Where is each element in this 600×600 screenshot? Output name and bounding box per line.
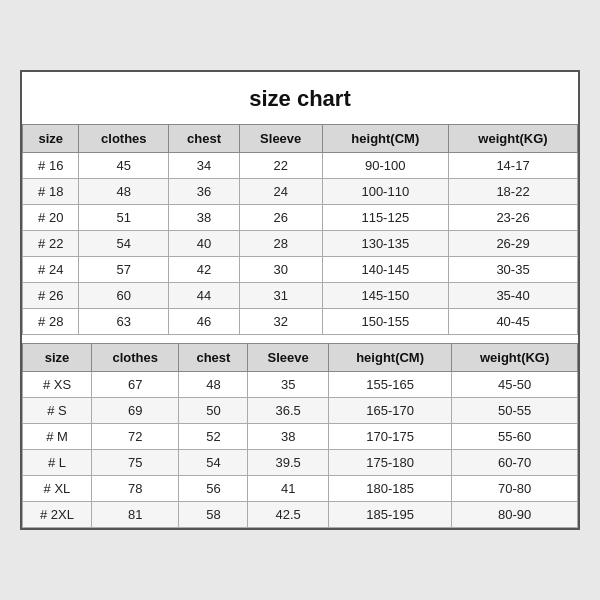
table-cell: 50 <box>179 398 248 424</box>
table-cell: 140-145 <box>322 257 449 283</box>
table1-body: # 1645342290-10014-17# 18483624100-11018… <box>23 153 578 335</box>
table-cell: 28 <box>239 231 322 257</box>
table-cell: 26 <box>239 205 322 231</box>
table-cell: 24 <box>239 179 322 205</box>
table-cell: 170-175 <box>328 424 451 450</box>
table-cell: 60 <box>79 283 169 309</box>
table-cell: 57 <box>79 257 169 283</box>
table2-body: # XS674835155-16545-50# S695036.5165-170… <box>23 372 578 528</box>
table-cell: # 16 <box>23 153 79 179</box>
table-cell: 48 <box>79 179 169 205</box>
table-row: # S695036.5165-17050-55 <box>23 398 578 424</box>
table-cell: # XS <box>23 372 92 398</box>
table-row: # 24574230140-14530-35 <box>23 257 578 283</box>
table-cell: 36 <box>169 179 240 205</box>
size-table-1: size clothes chest Sleeve height(CM) wei… <box>22 124 578 335</box>
table-cell: 69 <box>91 398 178 424</box>
table-cell: 155-165 <box>328 372 451 398</box>
col-chest-2: chest <box>179 344 248 372</box>
table-cell: 165-170 <box>328 398 451 424</box>
table-cell: 60-70 <box>452 450 578 476</box>
col-weight-1: weight(KG) <box>449 125 578 153</box>
table-cell: 42 <box>169 257 240 283</box>
table-row: # 28634632150-15540-45 <box>23 309 578 335</box>
table-cell: 130-135 <box>322 231 449 257</box>
table-cell: 185-195 <box>328 502 451 528</box>
col-clothes-2: clothes <box>91 344 178 372</box>
table-cell: 67 <box>91 372 178 398</box>
size-table-2: size clothes chest Sleeve height(CM) wei… <box>22 343 578 528</box>
col-chest-1: chest <box>169 125 240 153</box>
col-weight-2: weight(KG) <box>452 344 578 372</box>
table-row: # 20513826115-12523-26 <box>23 205 578 231</box>
table-cell: 41 <box>248 476 329 502</box>
table-cell: 58 <box>179 502 248 528</box>
col-size-1: size <box>23 125 79 153</box>
table-row: # L755439.5175-18060-70 <box>23 450 578 476</box>
table1-header: size clothes chest Sleeve height(CM) wei… <box>23 125 578 153</box>
table-row: # 18483624100-11018-22 <box>23 179 578 205</box>
table-cell: 38 <box>248 424 329 450</box>
table-cell: 52 <box>179 424 248 450</box>
table-cell: # M <box>23 424 92 450</box>
table-cell: 14-17 <box>449 153 578 179</box>
table-cell: 78 <box>91 476 178 502</box>
table-cell: # L <box>23 450 92 476</box>
table-cell: # 26 <box>23 283 79 309</box>
table-cell: 45-50 <box>452 372 578 398</box>
table-row: # 2XL815842.5185-19580-90 <box>23 502 578 528</box>
table-cell: 45 <box>79 153 169 179</box>
section-divider <box>22 335 578 343</box>
table-cell: # S <box>23 398 92 424</box>
table-cell: 100-110 <box>322 179 449 205</box>
table-row: # M725238170-17555-60 <box>23 424 578 450</box>
table-cell: 80-90 <box>452 502 578 528</box>
table-cell: # 24 <box>23 257 79 283</box>
table-cell: 90-100 <box>322 153 449 179</box>
table-row: # 26604431145-15035-40 <box>23 283 578 309</box>
table-cell: 40 <box>169 231 240 257</box>
chart-container: size chart size clothes chest Sleeve hei… <box>20 70 580 530</box>
table-row: # XS674835155-16545-50 <box>23 372 578 398</box>
table-cell: 36.5 <box>248 398 329 424</box>
table-cell: 63 <box>79 309 169 335</box>
table-cell: # 2XL <box>23 502 92 528</box>
table-cell: # 20 <box>23 205 79 231</box>
table-cell: 51 <box>79 205 169 231</box>
table-cell: 81 <box>91 502 178 528</box>
table-cell: 31 <box>239 283 322 309</box>
table-cell: 34 <box>169 153 240 179</box>
col-height-2: height(CM) <box>328 344 451 372</box>
table-cell: 54 <box>79 231 169 257</box>
table-cell: 22 <box>239 153 322 179</box>
table-cell: 72 <box>91 424 178 450</box>
col-sleeve-2: Sleeve <box>248 344 329 372</box>
table-cell: 150-155 <box>322 309 449 335</box>
table-cell: 23-26 <box>449 205 578 231</box>
table-row: # 22544028130-13526-29 <box>23 231 578 257</box>
table-cell: 180-185 <box>328 476 451 502</box>
table-cell: 32 <box>239 309 322 335</box>
table-cell: 44 <box>169 283 240 309</box>
col-height-1: height(CM) <box>322 125 449 153</box>
table-cell: 75 <box>91 450 178 476</box>
col-sleeve-1: Sleeve <box>239 125 322 153</box>
table-cell: 54 <box>179 450 248 476</box>
table-cell: 26-29 <box>449 231 578 257</box>
table-cell: 55-60 <box>452 424 578 450</box>
table-row: # XL785641180-18570-80 <box>23 476 578 502</box>
table-cell: 40-45 <box>449 309 578 335</box>
table-cell: 30 <box>239 257 322 283</box>
table-cell: 175-180 <box>328 450 451 476</box>
col-size-2: size <box>23 344 92 372</box>
table-cell: 39.5 <box>248 450 329 476</box>
table2-header: size clothes chest Sleeve height(CM) wei… <box>23 344 578 372</box>
table-cell: 35-40 <box>449 283 578 309</box>
table-cell: 38 <box>169 205 240 231</box>
table-row: # 1645342290-10014-17 <box>23 153 578 179</box>
table-cell: 115-125 <box>322 205 449 231</box>
table-cell: # XL <box>23 476 92 502</box>
table-cell: 46 <box>169 309 240 335</box>
table-cell: 48 <box>179 372 248 398</box>
table-cell: 42.5 <box>248 502 329 528</box>
